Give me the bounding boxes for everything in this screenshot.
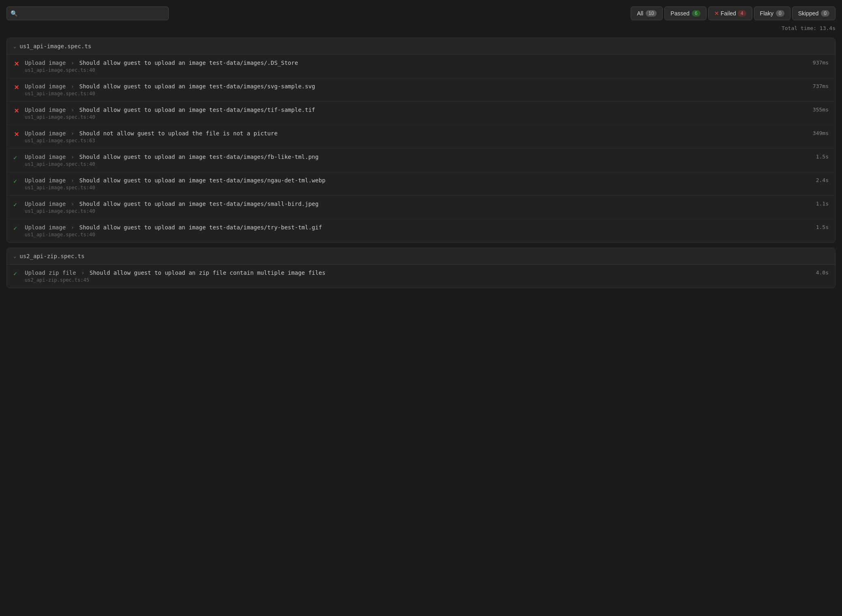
test-separator: ›: [81, 270, 88, 276]
test-duration: 355ms: [813, 107, 829, 113]
test-subtitle: us1_api-image.spec.ts:40: [25, 67, 806, 73]
test-suite: Upload image: [25, 107, 66, 113]
test-suite: Upload image: [25, 224, 66, 231]
test-row[interactable]: Upload image › Should allow guest to upl…: [7, 102, 835, 125]
test-row[interactable]: Upload image › Should allow guest to upl…: [7, 78, 835, 102]
filter-passed-count: 6: [692, 10, 700, 17]
test-title: Upload image › Should not allow guest to…: [25, 130, 806, 137]
pass-icon: [13, 201, 20, 208]
filter-skipped[interactable]: Skipped 0: [792, 6, 836, 20]
chevron-down-icon: ⌄: [13, 43, 16, 49]
test-subtitle: us1_api-image.spec.ts:40: [25, 208, 810, 214]
filter-failed[interactable]: ✕ Failed 4: [708, 6, 752, 20]
search-container: 🔍: [6, 6, 169, 20]
search-input[interactable]: [6, 6, 169, 20]
filter-all-label: All: [637, 10, 643, 17]
test-subtitle: us1_api-image.spec.ts:40: [25, 232, 810, 237]
test-separator: ›: [71, 130, 78, 137]
spec-group-us1: ⌄ us1_api-image.spec.ts Upload image › S…: [6, 38, 836, 243]
pass-icon: [13, 154, 20, 161]
test-duration: 1.1s: [816, 201, 829, 207]
test-title: Upload image › Should allow guest to upl…: [25, 177, 810, 184]
test-row[interactable]: Upload zip file › Should allow guest to …: [7, 265, 835, 288]
pass-icon: [13, 270, 20, 277]
test-subtitle: us2_api-zip.spec.ts:45: [25, 277, 810, 283]
filter-failed-count: 4: [738, 10, 746, 17]
test-separator: ›: [71, 201, 78, 207]
test-duration: 737ms: [813, 83, 829, 89]
test-title: Upload image › Should allow guest to upl…: [25, 107, 806, 113]
test-name: Should allow guest to upload an image te…: [79, 177, 325, 184]
test-duration: 1.5s: [816, 224, 829, 230]
test-title: Upload image › Should allow guest to upl…: [25, 224, 810, 231]
test-suite: Upload image: [25, 154, 66, 160]
test-subtitle: us1_api-image.spec.ts:40: [25, 185, 810, 190]
test-row[interactable]: Upload image › Should allow guest to upl…: [7, 149, 835, 172]
total-time: Total time: 13.4s: [6, 25, 836, 31]
test-name: Should allow guest to upload an image te…: [79, 201, 318, 207]
filter-skipped-count: 0: [821, 10, 829, 17]
spec-header-us2[interactable]: ⌄ us2_api-zip.spec.ts: [7, 248, 835, 265]
pass-icon: [13, 225, 20, 231]
spec-groups-container: ⌄ us1_api-image.spec.ts Upload image › S…: [6, 38, 836, 288]
test-title: Upload image › Should allow guest to upl…: [25, 154, 810, 160]
test-duration: 2.4s: [816, 177, 829, 183]
test-separator: ›: [71, 83, 78, 90]
test-suite: Upload image: [25, 83, 66, 90]
fail-icon: [13, 84, 20, 90]
test-duration: 937ms: [813, 60, 829, 66]
filter-passed-label: Passed: [670, 10, 689, 17]
test-title: Upload zip file › Should allow guest to …: [25, 270, 810, 276]
filter-skipped-label: Skipped: [798, 10, 819, 17]
test-name: Should allow guest to upload an image te…: [79, 154, 318, 160]
filter-tabs: All 10 Passed 6 ✕ Failed 4 Flaky 0 Skipp…: [631, 6, 836, 20]
filter-failed-label: Failed: [721, 10, 736, 17]
test-duration: 349ms: [813, 130, 829, 136]
test-separator: ›: [71, 154, 78, 160]
test-name: Should allow guest to upload an image te…: [79, 60, 298, 66]
test-separator: ›: [71, 177, 78, 184]
chevron-down-icon: ⌄: [13, 253, 16, 259]
search-icon: 🔍: [11, 10, 17, 17]
test-row[interactable]: Upload image › Should allow guest to upl…: [7, 172, 835, 196]
test-duration: 1.5s: [816, 154, 829, 160]
fail-icon: [13, 131, 20, 137]
test-title: Upload image › Should allow guest to upl…: [25, 201, 810, 207]
test-row[interactable]: Upload image › Should allow guest to upl…: [7, 196, 835, 219]
test-suite: Upload image: [25, 177, 66, 184]
filter-passed[interactable]: Passed 6: [664, 6, 706, 20]
test-name: Should allow guest to upload an image te…: [79, 83, 315, 90]
test-name: Should allow guest to upload an image te…: [79, 224, 322, 231]
test-name: Should not allow guest to upload the fil…: [79, 130, 277, 137]
test-row[interactable]: Upload image › Should allow guest to upl…: [7, 55, 835, 78]
test-row[interactable]: Upload image › Should allow guest to upl…: [7, 219, 835, 242]
filter-all[interactable]: All 10: [631, 6, 663, 20]
test-subtitle: us1_api-image.spec.ts:40: [25, 114, 806, 120]
test-separator: ›: [71, 107, 78, 113]
test-row[interactable]: Upload image › Should not allow guest to…: [7, 125, 835, 149]
test-subtitle: us1_api-image.spec.ts:40: [25, 91, 806, 96]
fail-icon: [13, 60, 20, 67]
spec-title-us1: us1_api-image.spec.ts: [19, 43, 91, 49]
test-title: Upload image › Should allow guest to upl…: [25, 83, 806, 90]
test-suite: Upload image: [25, 130, 66, 137]
test-suite: Upload image: [25, 201, 66, 207]
filter-flaky-label: Flaky: [760, 10, 773, 17]
test-duration: 4.0s: [816, 270, 829, 276]
spec-title-us2: us2_api-zip.spec.ts: [19, 253, 84, 259]
failed-x-icon: ✕: [714, 10, 719, 17]
test-suite: Upload image: [25, 60, 66, 66]
test-name: Should allow guest to upload an image te…: [79, 107, 315, 113]
spec-header-us1[interactable]: ⌄ us1_api-image.spec.ts: [7, 38, 835, 55]
test-separator: ›: [71, 224, 78, 231]
test-subtitle: us1_api-image.spec.ts:40: [25, 161, 810, 167]
test-suite: Upload zip file: [25, 270, 76, 276]
fail-icon: [13, 107, 20, 114]
test-title: Upload image › Should allow guest to upl…: [25, 60, 806, 66]
filter-flaky-count: 0: [776, 10, 784, 17]
test-separator: ›: [71, 60, 78, 66]
filter-all-count: 10: [646, 10, 657, 17]
pass-icon: [13, 178, 20, 184]
test-name: Should allow guest to upload an zip file…: [90, 270, 326, 276]
filter-flaky[interactable]: Flaky 0: [754, 6, 790, 20]
